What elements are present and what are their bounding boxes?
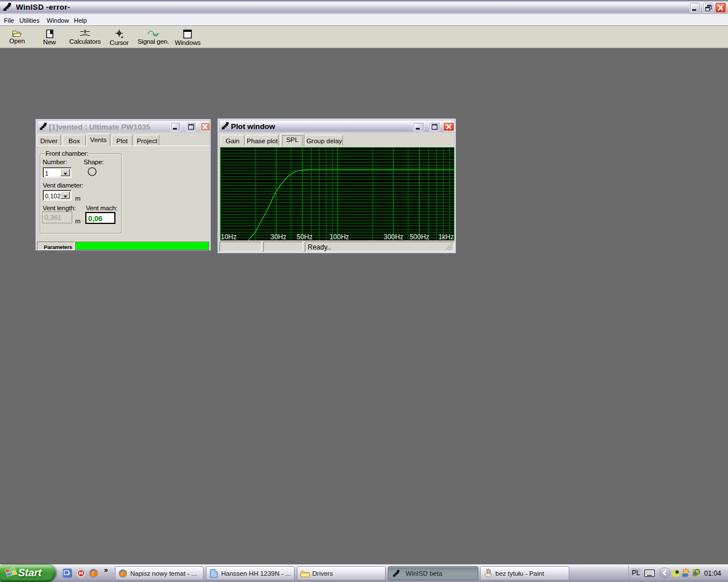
svg-text:30Hz: 30Hz	[270, 233, 286, 241]
svg-text:300Hz: 300Hz	[383, 233, 403, 241]
svg-text:50Hz: 50Hz	[296, 233, 312, 241]
svg-text:100Hz: 100Hz	[329, 233, 349, 241]
svg-text:1kHz: 1kHz	[439, 233, 454, 241]
svg-text:10Hz: 10Hz	[221, 233, 237, 241]
svg-text:500Hz: 500Hz	[410, 233, 429, 241]
